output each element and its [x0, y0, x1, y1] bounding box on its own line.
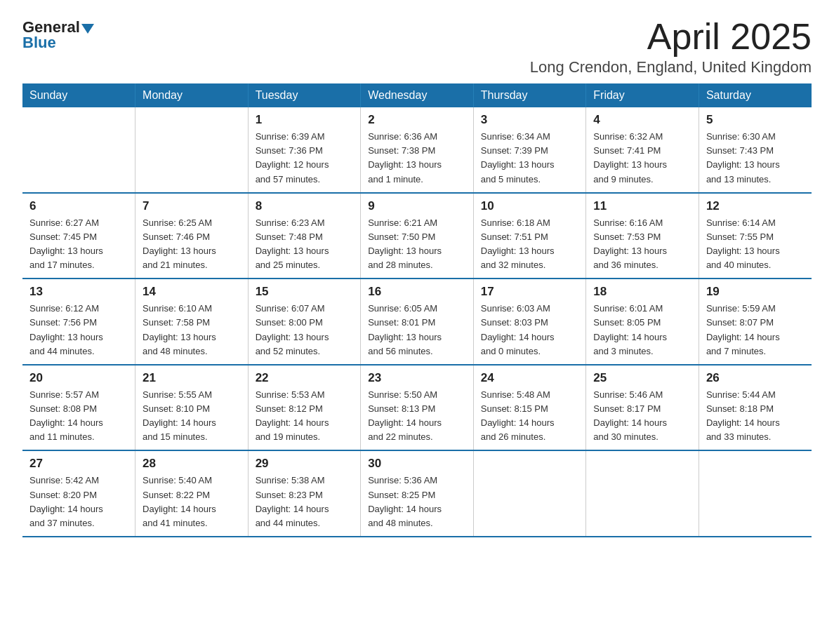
logo-arrow-icon: [81, 24, 94, 34]
day-info-17: Sunrise: 6:03 AM Sunset: 8:03 PM Dayligh…: [481, 302, 579, 358]
day-info-29: Sunrise: 5:38 AM Sunset: 8:23 PM Dayligh…: [256, 474, 354, 530]
day-number-20: 20: [29, 371, 128, 385]
calendar-week-2: 6Sunrise: 6:27 AM Sunset: 7:45 PM Daylig…: [22, 193, 812, 279]
calendar-cell-w3-d6: 19Sunrise: 5:59 AM Sunset: 8:07 PM Dayli…: [699, 279, 812, 365]
day-number-5: 5: [706, 113, 805, 127]
day-number-24: 24: [481, 371, 579, 385]
calendar-cell-w1-d1: [135, 107, 249, 193]
calendar-cell-w4-d4: 24Sunrise: 5:48 AM Sunset: 8:15 PM Dayli…: [473, 365, 586, 451]
day-number-14: 14: [143, 285, 241, 299]
page-header: General Blue April 2025 Long Crendon, En…: [22, 17, 812, 76]
calendar-cell-w5-d3: 30Sunrise: 5:36 AM Sunset: 8:25 PM Dayli…: [361, 450, 474, 537]
calendar-table: Sunday Monday Tuesday Wednesday Thursday…: [22, 83, 812, 537]
calendar-cell-w3-d2: 15Sunrise: 6:07 AM Sunset: 8:00 PM Dayli…: [248, 279, 361, 365]
day-number-30: 30: [368, 457, 466, 471]
title-block: April 2025 Long Crendon, England, United…: [530, 17, 812, 76]
header-thursday: Thursday: [473, 83, 586, 107]
header-sunday: Sunday: [22, 83, 135, 107]
day-info-4: Sunrise: 6:32 AM Sunset: 7:41 PM Dayligh…: [593, 130, 691, 187]
day-number-6: 6: [29, 199, 128, 213]
header-tuesday: Tuesday: [248, 83, 361, 107]
calendar-cell-w5-d0: 27Sunrise: 5:42 AM Sunset: 8:20 PM Dayli…: [22, 450, 135, 537]
calendar-cell-w4-d2: 22Sunrise: 5:53 AM Sunset: 8:12 PM Dayli…: [248, 365, 361, 451]
day-number-13: 13: [29, 285, 128, 299]
logo-general-text: General: [22, 20, 94, 35]
calendar-cell-w3-d3: 16Sunrise: 6:05 AM Sunset: 8:01 PM Dayli…: [361, 279, 474, 365]
header-monday: Monday: [135, 83, 249, 107]
day-number-2: 2: [368, 113, 466, 127]
day-info-11: Sunrise: 6:16 AM Sunset: 7:53 PM Dayligh…: [593, 216, 691, 273]
day-number-17: 17: [481, 285, 579, 299]
day-info-9: Sunrise: 6:21 AM Sunset: 7:50 PM Dayligh…: [368, 216, 466, 273]
day-number-18: 18: [593, 285, 691, 299]
calendar-location: Long Crendon, England, United Kingdom: [530, 58, 812, 76]
day-info-21: Sunrise: 5:55 AM Sunset: 8:10 PM Dayligh…: [143, 388, 241, 445]
day-info-14: Sunrise: 6:10 AM Sunset: 7:58 PM Dayligh…: [143, 302, 241, 358]
day-number-12: 12: [706, 199, 805, 213]
day-info-18: Sunrise: 6:01 AM Sunset: 8:05 PM Dayligh…: [593, 302, 691, 358]
day-info-8: Sunrise: 6:23 AM Sunset: 7:48 PM Dayligh…: [256, 216, 354, 273]
day-number-26: 26: [706, 371, 805, 385]
day-number-1: 1: [256, 113, 354, 127]
calendar-cell-w1-d4: 3Sunrise: 6:34 AM Sunset: 7:39 PM Daylig…: [473, 107, 586, 193]
day-info-30: Sunrise: 5:36 AM Sunset: 8:25 PM Dayligh…: [368, 474, 466, 530]
day-info-19: Sunrise: 5:59 AM Sunset: 8:07 PM Dayligh…: [706, 302, 805, 358]
calendar-header-row: Sunday Monday Tuesday Wednesday Thursday…: [22, 83, 812, 107]
calendar-week-3: 13Sunrise: 6:12 AM Sunset: 7:56 PM Dayli…: [22, 279, 812, 365]
calendar-week-5: 27Sunrise: 5:42 AM Sunset: 8:20 PM Dayli…: [22, 450, 812, 537]
day-info-13: Sunrise: 6:12 AM Sunset: 7:56 PM Dayligh…: [29, 302, 128, 358]
day-info-16: Sunrise: 6:05 AM Sunset: 8:01 PM Dayligh…: [368, 302, 466, 358]
day-info-10: Sunrise: 6:18 AM Sunset: 7:51 PM Dayligh…: [481, 216, 579, 273]
day-number-9: 9: [368, 199, 466, 213]
day-number-3: 3: [481, 113, 579, 127]
day-info-12: Sunrise: 6:14 AM Sunset: 7:55 PM Dayligh…: [706, 216, 805, 273]
calendar-cell-w5-d5: [586, 450, 699, 537]
calendar-cell-w5-d1: 28Sunrise: 5:40 AM Sunset: 8:22 PM Dayli…: [135, 450, 249, 537]
day-number-10: 10: [481, 199, 579, 213]
calendar-week-1: 1Sunrise: 6:39 AM Sunset: 7:36 PM Daylig…: [22, 107, 812, 193]
day-info-7: Sunrise: 6:25 AM Sunset: 7:46 PM Dayligh…: [143, 216, 241, 273]
calendar-cell-w3-d0: 13Sunrise: 6:12 AM Sunset: 7:56 PM Dayli…: [22, 279, 135, 365]
calendar-cell-w2-d0: 6Sunrise: 6:27 AM Sunset: 7:45 PM Daylig…: [22, 193, 135, 279]
calendar-cell-w4-d1: 21Sunrise: 5:55 AM Sunset: 8:10 PM Dayli…: [135, 365, 249, 451]
calendar-cell-w4-d6: 26Sunrise: 5:44 AM Sunset: 8:18 PM Dayli…: [699, 365, 812, 451]
day-number-15: 15: [256, 285, 354, 299]
day-number-8: 8: [256, 199, 354, 213]
calendar-cell-w2-d6: 12Sunrise: 6:14 AM Sunset: 7:55 PM Dayli…: [699, 193, 812, 279]
day-number-19: 19: [706, 285, 805, 299]
calendar-title: April 2025: [530, 17, 812, 57]
day-info-6: Sunrise: 6:27 AM Sunset: 7:45 PM Dayligh…: [29, 216, 128, 273]
day-info-24: Sunrise: 5:48 AM Sunset: 8:15 PM Dayligh…: [481, 388, 579, 445]
day-number-22: 22: [256, 371, 354, 385]
calendar-cell-w3-d5: 18Sunrise: 6:01 AM Sunset: 8:05 PM Dayli…: [586, 279, 699, 365]
calendar-cell-w3-d4: 17Sunrise: 6:03 AM Sunset: 8:03 PM Dayli…: [473, 279, 586, 365]
calendar-cell-w5-d6: [699, 450, 812, 537]
logo-blue-text: Blue: [22, 35, 56, 51]
day-number-25: 25: [593, 371, 691, 385]
day-info-2: Sunrise: 6:36 AM Sunset: 7:38 PM Dayligh…: [368, 130, 466, 187]
day-number-11: 11: [593, 199, 691, 213]
day-info-25: Sunrise: 5:46 AM Sunset: 8:17 PM Dayligh…: [593, 388, 691, 445]
day-number-7: 7: [143, 199, 241, 213]
calendar-cell-w1-d0: [22, 107, 135, 193]
header-saturday: Saturday: [699, 83, 812, 107]
day-info-3: Sunrise: 6:34 AM Sunset: 7:39 PM Dayligh…: [481, 130, 579, 187]
day-number-29: 29: [256, 457, 354, 471]
logo: General Blue: [22, 20, 94, 51]
calendar-cell-w1-d6: 5Sunrise: 6:30 AM Sunset: 7:43 PM Daylig…: [699, 107, 812, 193]
day-info-28: Sunrise: 5:40 AM Sunset: 8:22 PM Dayligh…: [143, 474, 241, 530]
day-info-23: Sunrise: 5:50 AM Sunset: 8:13 PM Dayligh…: [368, 388, 466, 445]
calendar-cell-w5-d4: [473, 450, 586, 537]
calendar-cell-w4-d0: 20Sunrise: 5:57 AM Sunset: 8:08 PM Dayli…: [22, 365, 135, 451]
calendar-cell-w1-d3: 2Sunrise: 6:36 AM Sunset: 7:38 PM Daylig…: [361, 107, 474, 193]
day-info-22: Sunrise: 5:53 AM Sunset: 8:12 PM Dayligh…: [256, 388, 354, 445]
calendar-cell-w2-d4: 10Sunrise: 6:18 AM Sunset: 7:51 PM Dayli…: [473, 193, 586, 279]
day-info-20: Sunrise: 5:57 AM Sunset: 8:08 PM Dayligh…: [29, 388, 128, 445]
day-number-4: 4: [593, 113, 691, 127]
day-info-27: Sunrise: 5:42 AM Sunset: 8:20 PM Dayligh…: [29, 474, 128, 530]
calendar-cell-w2-d3: 9Sunrise: 6:21 AM Sunset: 7:50 PM Daylig…: [361, 193, 474, 279]
calendar-cell-w2-d5: 11Sunrise: 6:16 AM Sunset: 7:53 PM Dayli…: [586, 193, 699, 279]
calendar-cell-w3-d1: 14Sunrise: 6:10 AM Sunset: 7:58 PM Dayli…: [135, 279, 249, 365]
day-number-16: 16: [368, 285, 466, 299]
day-number-27: 27: [29, 457, 128, 471]
